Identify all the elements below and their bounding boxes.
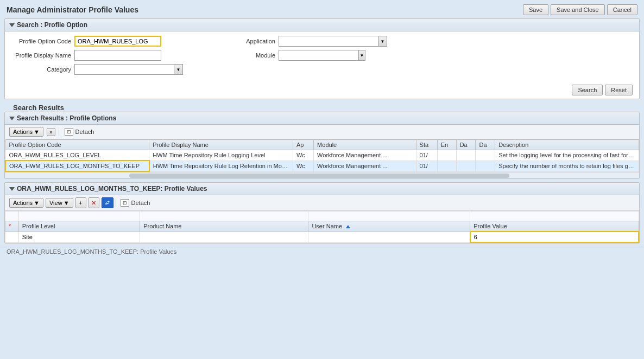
col-header-en: En [437,140,456,150]
search-buttons-area: Search Reset [5,82,639,99]
main-container: Manage Administrator Profile Values Save… [0,0,644,359]
collapse-results-icon[interactable] [9,117,15,120]
search-form: Profile Option Code Application ▼ Profil… [5,31,639,82]
row2-sta: 01/ [416,161,437,171]
page-header: Manage Administrator Profile Values Save… [0,0,644,18]
save-button[interactable]: Save [523,4,548,15]
row2-da1 [456,161,476,171]
pv-row1-product [140,232,308,242]
pv-detach-button[interactable]: ⊡ Detach [118,198,153,208]
pv-header-row: * Profile Level Product Name User Name P… [5,221,639,232]
pv-table-wrapper: * Profile Level Product Name User Name P… [5,211,639,243]
results-table-wrapper: Profile Option Code Profile Display Name… [5,139,639,172]
pv-row1-value[interactable]: 6 [470,232,639,242]
application-dropdown-arrow[interactable]: ▼ [378,36,387,46]
application-input[interactable] [279,36,378,46]
pv-actions-button[interactable]: Actions ▼ [9,198,43,208]
pv-col-level: Profile Level [18,221,140,232]
pv-row1-star [5,232,19,242]
h-scrollbar-thumb [129,174,510,178]
pv-add-button[interactable]: + [75,197,86,208]
profile-option-code-label: Profile Option Code [11,38,71,44]
category-dropdown-arrow[interactable]: ▼ [174,65,182,74]
save-close-button[interactable]: Save and Close [551,4,605,15]
profile-values-header: ORA_HWM_RULES_LOG_MONTHS_TO_KEEP: Profil… [5,183,639,195]
row1-sta: 01/ [416,150,437,161]
profile-display-name-input[interactable] [74,50,161,61]
pv-actions-icon: ▼ [34,200,40,206]
row2-ap: Wc [293,161,313,171]
application-field: Application ▼ [216,36,387,47]
profile-option-code-input[interactable] [74,36,161,47]
col-header-ap: Ap [293,140,313,150]
search-row-3: Category ▼ [11,64,633,75]
h-scrollbar[interactable] [5,172,639,178]
header-buttons: Save Save and Close Cancel [523,4,637,15]
collapse-search-icon[interactable] [9,23,15,27]
search-results-title: Search Results [7,101,71,114]
pv-edit-button[interactable] [102,197,113,208]
pv-table: * Profile Level Product Name User Name P… [5,211,639,243]
row2-code: ORA_HWM_RULES_LOG_MONTHS_TO_KEEP [5,161,149,171]
pv-view-label: View [49,200,62,206]
search-section-header: Search : Profile Option [5,19,639,31]
detach-button[interactable]: ⊡ Detach [62,127,97,137]
col-header-code: Profile Option Code [5,140,149,150]
col-header-da1: Da [456,140,476,150]
pv-actions-label: Actions [13,200,33,206]
detach-label: Detach [75,129,94,135]
category-label: Category [11,66,71,73]
pv-row1-user [308,232,470,242]
cancel-button[interactable]: Cancel [607,4,637,15]
collapse-pv-icon[interactable] [9,187,15,191]
pv-separator [116,198,116,207]
results-table: Profile Option Code Profile Display Name… [5,139,639,172]
row1-ap: Wc [293,150,313,161]
row1-description: Set the logging level for the processing… [495,150,639,161]
row1-en [437,150,456,161]
category-field: Category ▼ [11,64,183,75]
category-select-wrapper: ▼ [74,64,183,75]
pv-view-button[interactable]: View ▼ [46,198,73,208]
module-label: Module [216,52,275,59]
row2-display-name: HWM Time Repository Rule Log Retention i… [149,161,293,171]
pv-view-icon: ▼ [64,200,70,206]
row1-code: ORA_HWM_RULES_LOG_LEVEL [5,150,149,161]
row2-en [437,161,456,171]
row2-description: Specify the number of months to retain l… [495,161,639,171]
pv-col-star: * [5,221,19,232]
nav-forward-icon[interactable]: » [47,128,55,136]
row1-da2 [476,150,495,161]
col-header-description: Description [495,140,639,150]
table-row[interactable]: ORA_HWM_RULES_LOG_LEVEL HWM Time Reposit… [5,150,639,161]
search-results-section-header: Search Results : Profile Options [5,112,639,125]
table-row[interactable]: ORA_HWM_RULES_LOG_MONTHS_TO_KEEP HWM Tim… [5,161,639,171]
actions-dropdown-icon: ▼ [34,129,40,135]
profile-option-code-field: Profile Option Code [11,36,161,47]
nav-arrows: » [47,128,55,136]
col-header-display-name: Profile Display Name [149,140,293,150]
search-row-1: Profile Option Code Application ▼ [11,36,633,47]
table-row[interactable]: Site 6 [5,232,639,242]
actions-label: Actions [13,129,33,135]
toolbar-separator [59,127,59,136]
search-button[interactable]: Search [572,85,603,95]
search-results-section: Search Results : Profile Options Actions… [4,112,640,179]
profile-display-name-label: Profile Display Name [11,52,71,59]
module-input[interactable] [279,50,358,60]
pv-col-product: Product Name [140,221,308,232]
search-results-label-area: Search Results [0,102,644,112]
page-title: Manage Administrator Profile Values [7,5,138,14]
reset-button[interactable]: Reset [605,85,633,95]
col-header-da2: Da [476,140,495,150]
pv-detach-label: Detach [131,200,150,206]
row2-module: Workforce Management ... [314,161,416,171]
actions-button[interactable]: Actions ▼ [9,127,43,137]
bottom-bar: ORA_HWM_RULES_LOG_MONTHS_TO_KEEP: Profil… [0,247,644,256]
search-row-2: Profile Display Name Module ▼ [11,50,633,61]
profile-values-title: ORA_HWM_RULES_LOG_MONTHS_TO_KEEP: Profil… [17,185,207,193]
module-dropdown-arrow[interactable]: ▼ [358,50,365,60]
category-input[interactable] [75,65,174,74]
sort-up-icon [346,225,350,228]
pv-delete-button[interactable]: ✕ [89,197,99,208]
